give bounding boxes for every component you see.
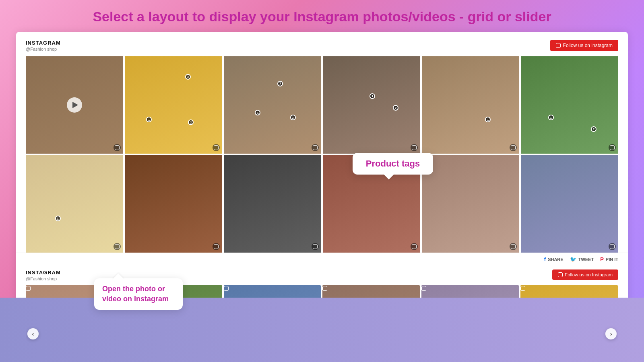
twitter-label: TWEET bbox=[578, 257, 594, 262]
instagram-small-icon-4 bbox=[412, 145, 417, 150]
slider-badge-1 bbox=[26, 285, 123, 292]
insta-icon-s4 bbox=[322, 286, 327, 291]
instagram-small-icon-11 bbox=[511, 244, 516, 249]
photo-cell-10[interactable] bbox=[323, 155, 420, 253]
tag-dot-3-3: 2 bbox=[290, 115, 296, 120]
bottom-brand-info: INSTAGRAM @Fashion shop bbox=[26, 269, 61, 281]
tag-dot-2-3: 2 bbox=[188, 119, 194, 125]
follow-button-top[interactable]: Follow us on instagram bbox=[550, 40, 618, 51]
insta-icon-s6 bbox=[520, 286, 525, 291]
instagram-small-icon-7 bbox=[115, 244, 120, 249]
twitter-share[interactable]: 🐦 TWEET bbox=[570, 256, 594, 262]
instagram-small-icon-2 bbox=[214, 145, 219, 150]
instagram-icon-bottom bbox=[558, 272, 563, 277]
tag-dot-4-1: 1 bbox=[369, 93, 375, 99]
slider-badge-2 bbox=[125, 285, 222, 292]
tag-dot-2-2: 1 bbox=[146, 117, 152, 122]
insta-badge-7 bbox=[114, 243, 121, 250]
slider-badge-6 bbox=[520, 285, 618, 292]
brand-info: INSTAGRAM @Fashion shop bbox=[26, 40, 61, 51]
insta-badge-5 bbox=[510, 144, 517, 151]
pinterest-share[interactable]: P PIN IT bbox=[600, 256, 618, 262]
page-title: Select a layout to display your Instagra… bbox=[0, 0, 644, 32]
insta-badge-1 bbox=[114, 144, 121, 151]
insta-icon-s3 bbox=[224, 286, 229, 291]
insta-badge-8 bbox=[213, 243, 220, 250]
insta-icon-s1 bbox=[26, 286, 31, 291]
tag-dot-6-2: 2 bbox=[591, 126, 597, 132]
instagram-small-icon-12 bbox=[610, 244, 615, 249]
bottom-brand-name: INSTAGRAM bbox=[26, 269, 61, 276]
play-button-1[interactable] bbox=[67, 97, 82, 113]
photo-cell-11[interactable] bbox=[422, 155, 519, 253]
facebook-label: SHARE bbox=[548, 257, 564, 262]
slider-arrow-left[interactable]: ‹ bbox=[27, 328, 39, 339]
follow-button-bottom[interactable]: Follow us on Instagram bbox=[552, 269, 618, 280]
brand-name: INSTAGRAM bbox=[26, 40, 61, 46]
insta-badge-2 bbox=[213, 144, 220, 151]
twitter-icon: 🐦 bbox=[570, 256, 576, 262]
insta-icon-s5 bbox=[421, 286, 426, 291]
share-bar: f SHARE 🐦 TWEET P PIN IT bbox=[26, 253, 618, 265]
instagram-small-icon-6 bbox=[610, 145, 615, 150]
insta-badge-6 bbox=[609, 144, 616, 151]
insta-badge-11 bbox=[510, 243, 517, 250]
insta-badge-12 bbox=[609, 243, 616, 250]
bottom-widget-header: INSTAGRAM @Fashion shop Follow us on Ins… bbox=[26, 269, 618, 281]
tag-dot-7-1: 1 bbox=[55, 216, 61, 221]
slider-arrow-right[interactable]: › bbox=[605, 328, 617, 339]
instagram-small-icon bbox=[115, 145, 120, 150]
instagram-icon bbox=[556, 43, 561, 48]
insta-badge-3 bbox=[312, 144, 319, 151]
facebook-share[interactable]: f SHARE bbox=[544, 256, 564, 262]
insta-handle: @Fashion shop bbox=[26, 47, 61, 51]
photo-cell-5[interactable]: 1 bbox=[422, 56, 519, 154]
bottom-gradient bbox=[0, 298, 644, 362]
tag-dot-3-2: 1 bbox=[255, 110, 260, 115]
insta-badge-4 bbox=[411, 144, 418, 151]
photo-cell-1[interactable] bbox=[26, 56, 123, 154]
insta-icon-s2 bbox=[125, 286, 130, 291]
slider-badge-5 bbox=[421, 285, 519, 292]
pinterest-icon: P bbox=[600, 256, 604, 262]
slider-badge-4 bbox=[322, 285, 420, 292]
instagram-small-icon-3 bbox=[313, 145, 318, 150]
tag-dot-5-1: 1 bbox=[485, 117, 491, 122]
photo-cell-6[interactable]: 1 2 bbox=[521, 56, 618, 154]
tag-dot-6-1: 1 bbox=[548, 115, 554, 120]
instagram-small-icon-8 bbox=[214, 244, 219, 249]
photo-cell-2[interactable]: 3 1 2 bbox=[125, 56, 222, 154]
insta-badge-10 bbox=[411, 243, 418, 250]
photo-grid-top: 3 1 2 3 1 2 1 bbox=[26, 56, 618, 154]
photo-cell-9[interactable] bbox=[224, 155, 321, 253]
bottom-insta-handle: @Fashion shop bbox=[26, 276, 61, 281]
follow-label-bottom: Follow us on Instagram bbox=[565, 272, 613, 277]
photo-grid-row2: 1 bbox=[26, 155, 618, 253]
photo-cell-4[interactable]: 1 2 bbox=[323, 56, 420, 154]
tag-dot-4-2: 2 bbox=[393, 105, 398, 111]
top-widget-header: INSTAGRAM @Fashion shop Follow us on ins… bbox=[26, 40, 618, 51]
follow-label-top: Follow us on instagram bbox=[563, 43, 613, 48]
tag-dot-3-1: 3 bbox=[277, 81, 283, 86]
photo-cell-7[interactable]: 1 bbox=[26, 155, 123, 253]
photo-cell-3[interactable]: 3 1 2 bbox=[224, 56, 321, 154]
facebook-icon: f bbox=[544, 256, 546, 262]
tag-dot-2-1: 3 bbox=[185, 74, 191, 80]
slider-badge-3 bbox=[224, 285, 321, 292]
photo-cell-12[interactable] bbox=[521, 155, 618, 253]
pinterest-label: PIN IT bbox=[606, 257, 618, 262]
top-widget: INSTAGRAM @Fashion shop Follow us on ins… bbox=[26, 40, 618, 253]
instagram-small-icon-10 bbox=[412, 244, 417, 249]
insta-badge-9 bbox=[312, 243, 319, 250]
instagram-small-icon-9 bbox=[313, 244, 318, 249]
photo-cell-8[interactable] bbox=[125, 155, 222, 253]
instagram-small-icon-5 bbox=[511, 145, 516, 150]
